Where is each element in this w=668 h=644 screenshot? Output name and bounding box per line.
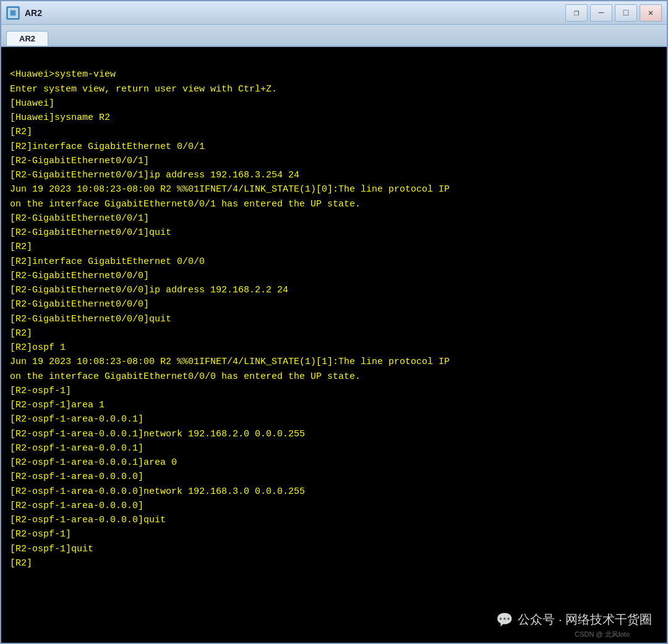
maximize-button[interactable]: □ xyxy=(615,4,637,22)
terminal-output: <Huawei>system-view Enter system view, r… xyxy=(10,53,658,570)
watermark-text: 公众号 · 网络技术干货圈 xyxy=(518,611,652,628)
title-bar-left: AR2 xyxy=(6,6,42,20)
window: AR2 ❐ ─ □ ✕ AR2 <Huawei>system-view Ente… xyxy=(0,0,668,644)
window-title: AR2 xyxy=(25,8,42,18)
title-bar: AR2 ❐ ─ □ ✕ xyxy=(1,1,667,25)
csdn-watermark: CSDN @ 北风toto xyxy=(575,630,630,639)
close-button[interactable]: ✕ xyxy=(640,4,662,22)
watermark: 💬 公众号 · 网络技术干货圈 xyxy=(496,611,652,628)
watermark-icon: 💬 xyxy=(496,612,513,628)
terminal-area[interactable]: <Huawei>system-view Enter system view, r… xyxy=(1,47,667,643)
svg-rect-1 xyxy=(10,10,16,16)
window-controls: ❐ ─ □ ✕ xyxy=(565,4,662,22)
tab-ar2[interactable]: AR2 xyxy=(6,31,48,46)
tab-bar: AR2 xyxy=(1,25,667,47)
app-icon xyxy=(6,6,20,20)
minimize-button[interactable]: ─ xyxy=(590,4,612,22)
restore-button[interactable]: ❐ xyxy=(565,4,588,22)
